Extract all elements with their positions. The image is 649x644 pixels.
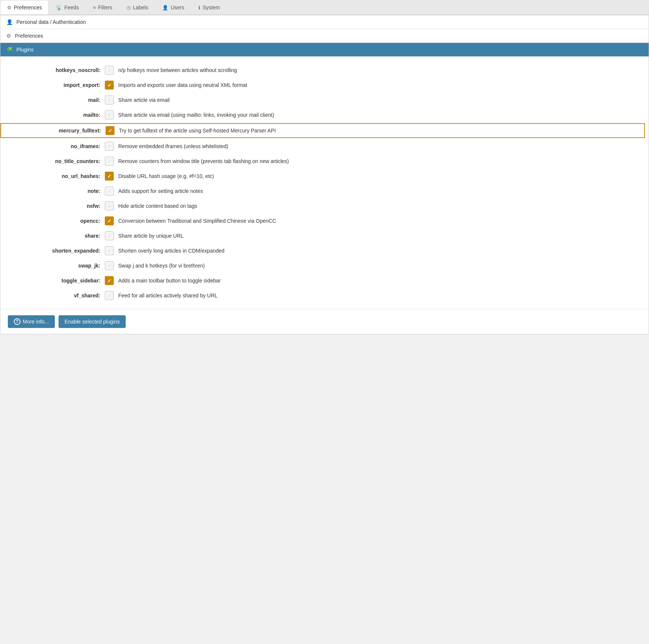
tab-feeds[interactable]: 📡Feeds [49, 0, 86, 15]
enable-plugins-button[interactable]: Enable selected plugins [59, 315, 126, 328]
plugin-checkbox[interactable]: ✓ [106, 126, 115, 135]
users-tab-icon: 👤 [162, 5, 168, 10]
users-tab-label: Users [170, 4, 184, 10]
plugin-checkbox[interactable]: ✓ [105, 291, 114, 300]
plugin-name: shorten_expanded: [0, 248, 105, 254]
checkmark-icon: ✓ [107, 173, 112, 179]
question-icon: ? [14, 318, 21, 325]
plugin-description: Feed for all articles actively shared by… [118, 293, 217, 298]
plugin-description: Swap j and k hotkeys (for vi brethren) [118, 263, 205, 269]
plugin-row: opencc:✓Conversion between Traditional a… [0, 213, 649, 228]
checkmark-icon: ✓ [107, 248, 112, 254]
plugin-name: toggle_sidebar: [0, 278, 105, 284]
plugin-name: share: [0, 233, 105, 239]
feeds-tab-label: Feeds [64, 4, 79, 10]
plugin-name: opencc: [0, 218, 105, 224]
plugin-row: mail:✓Share article via email [0, 93, 649, 107]
plugin-row: no_title_counters:✓Remove counters from … [0, 154, 649, 169]
plugin-checkbox[interactable]: ✓ [105, 231, 114, 240]
plugin-row: no_iframes:✓Remove embedded iframes (unl… [0, 139, 649, 154]
checkmark-icon: ✓ [107, 233, 112, 239]
checkmark-icon: ✓ [107, 68, 112, 73]
personal-data-nav-icon: 👤 [6, 19, 13, 25]
plugin-row: vf_shared:✓Feed for all articles activel… [0, 288, 649, 303]
plugin-checkbox[interactable]: ✓ [105, 81, 114, 90]
plugin-name: swap_jk: [0, 263, 105, 269]
plugin-description: Remove embedded iframes (unless whitelis… [118, 143, 228, 149]
plugin-name: mercury_fulltext: [1, 128, 106, 134]
plugin-description: Share article via email (using mailto: l… [118, 112, 274, 118]
checkmark-icon: ✓ [108, 128, 112, 134]
nav-item-plugins[interactable]: 🧩Plugins [0, 43, 649, 57]
plugin-name: no_title_counters: [0, 158, 105, 164]
tab-preferences[interactable]: ⚙Preferences [0, 0, 49, 15]
personal-data-nav-label: Personal data / Authentication [16, 19, 86, 25]
tab-filters[interactable]: ≡Filters [86, 0, 119, 15]
more-info-label: More info... [23, 319, 49, 325]
plugin-row: toggle_sidebar:✓Adds a main toolbar butt… [0, 273, 649, 288]
plugin-checkbox[interactable]: ✓ [105, 187, 114, 196]
plugin-description: Imports and exports user data using neut… [118, 82, 247, 88]
plugin-row: mercury_fulltext:✓Try to get fulltext of… [0, 123, 645, 138]
checkmark-icon: ✓ [107, 203, 112, 209]
checkmark-icon: ✓ [107, 278, 112, 284]
plugin-checkbox[interactable]: ✓ [105, 96, 114, 104]
checkmark-icon: ✓ [107, 97, 112, 103]
plugin-checkbox[interactable]: ✓ [105, 261, 114, 270]
tab-system[interactable]: ℹSystem [191, 0, 227, 15]
plugin-checkbox[interactable]: ✓ [105, 172, 114, 181]
plugin-row: shorten_expanded:✓Shorten overly long ar… [0, 243, 649, 258]
plugin-description: Adds support for setting article notes [118, 188, 203, 194]
plugin-checkbox[interactable]: ✓ [105, 157, 114, 166]
system-tab-icon: ℹ [198, 5, 200, 10]
plugin-description: n/p hotkeys move between articles withou… [118, 67, 237, 73]
plugin-row: share:✓Share article by unique URL [0, 228, 649, 243]
plugin-description: Try to get fulltext of the article using… [119, 128, 276, 134]
plugin-checkbox[interactable]: ✓ [105, 216, 114, 225]
plugin-description: Share article via email [118, 97, 170, 103]
checkmark-icon: ✓ [107, 293, 112, 298]
plugin-row: nsfw:✓Hide article content based on tags [0, 198, 649, 213]
plugin-description: Shorten overly long articles in CDM/expa… [118, 248, 225, 254]
enable-label: Enable selected plugins [65, 319, 120, 325]
nav-item-personal-data[interactable]: 👤Personal data / Authentication [0, 15, 649, 29]
labels-tab-icon: ◷ [126, 5, 131, 10]
plugin-name: hotkeys_noscroll: [0, 67, 105, 73]
plugin-name: mailto: [0, 112, 105, 118]
nav-section: 👤Personal data / Authentication⚙Preferen… [0, 15, 649, 57]
plugin-description: Adds a main toolbar button to toggle sid… [118, 278, 221, 284]
main-content: 👤Personal data / Authentication⚙Preferen… [0, 15, 649, 334]
preferences-tab-icon: ⚙ [7, 5, 12, 10]
plugin-row: swap_jk:✓Swap j and k hotkeys (for vi br… [0, 258, 649, 273]
feeds-tab-icon: 📡 [56, 5, 62, 10]
plugin-checkbox[interactable]: ✓ [105, 246, 114, 255]
checkmark-icon: ✓ [107, 159, 112, 164]
more-info-button[interactable]: ? More info... [8, 315, 55, 328]
plugin-checkbox[interactable]: ✓ [105, 201, 114, 210]
preferences-nav-icon: ⚙ [6, 33, 11, 39]
plugin-checkbox[interactable]: ✓ [105, 66, 114, 75]
nav-item-preferences[interactable]: ⚙Preferences [0, 29, 649, 43]
footer: ? More info... Enable selected plugins [0, 309, 649, 334]
plugin-name: nsfw: [0, 203, 105, 209]
filters-tab-label: Filters [98, 4, 112, 10]
plugin-name: note: [0, 188, 105, 194]
plugin-row: import_export:✓Imports and exports user … [0, 78, 649, 93]
plugin-description: Hide article content based on tags [118, 203, 197, 209]
plugin-name: no_iframes: [0, 143, 105, 149]
plugin-checkbox[interactable]: ✓ [105, 276, 114, 285]
checkmark-icon: ✓ [107, 263, 112, 269]
system-tab-label: System [203, 4, 220, 10]
checkmark-icon: ✓ [107, 112, 112, 118]
plugins-nav-icon: 🧩 [6, 47, 13, 53]
tab-users[interactable]: 👤Users [155, 0, 191, 15]
tab-labels[interactable]: ◷Labels [119, 0, 155, 15]
plugin-row: note:✓Adds support for setting article n… [0, 184, 649, 198]
plugin-description: Conversion between Traditional and Simpl… [118, 218, 276, 224]
plugin-checkbox[interactable]: ✓ [105, 110, 114, 119]
plugin-checkbox[interactable]: ✓ [105, 142, 114, 151]
plugin-description: Disable URL hash usage (e.g. #f=10, etc) [118, 173, 214, 179]
plugin-name: vf_shared: [0, 293, 105, 298]
plugins-nav-label: Plugins [16, 47, 34, 53]
filters-tab-icon: ≡ [93, 5, 96, 10]
